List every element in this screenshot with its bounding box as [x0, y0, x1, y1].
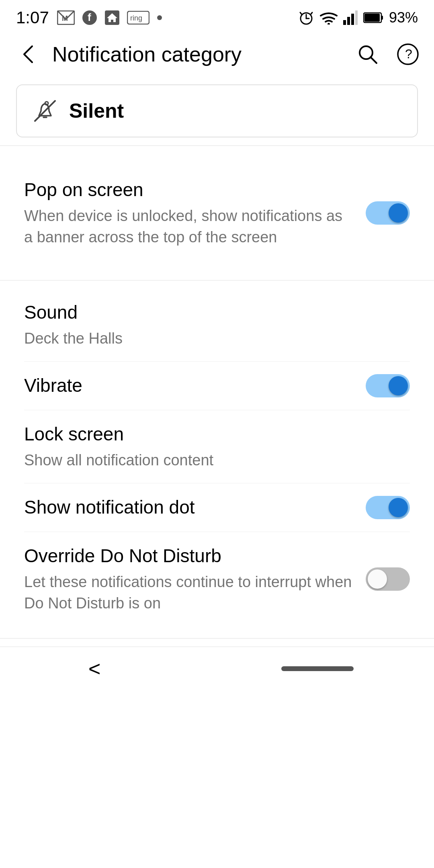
status-dot	[157, 15, 162, 20]
svg-rect-16	[347, 17, 350, 25]
notification-dot-content: Show notification dot	[24, 495, 366, 520]
lock-screen-content: Lock screen Show all notification conten…	[24, 422, 410, 471]
facebook-icon: f	[82, 10, 97, 25]
signal-icon	[343, 10, 358, 25]
pop-on-screen-item[interactable]: Pop on screen When device is unlocked, s…	[24, 166, 410, 260]
svg-point-8	[157, 15, 162, 20]
svg-text:?: ?	[405, 47, 412, 61]
sound-content: Sound Deck the Halls	[24, 301, 410, 349]
vibrate-item[interactable]: Vibrate	[24, 362, 410, 410]
dnd-item[interactable]: Override Do Not Disturb Let these notifi…	[24, 532, 410, 626]
notification-dot-title: Show notification dot	[24, 495, 354, 520]
svg-line-23	[371, 57, 377, 63]
vibrate-content: Vibrate	[24, 374, 366, 398]
svg-text:ring: ring	[130, 14, 142, 22]
divider-1	[0, 145, 434, 146]
status-icons-left: M f ring	[57, 10, 162, 25]
ring-icon: ring	[127, 11, 149, 25]
settings-group: Sound Deck the Halls Vibrate Lock screen…	[0, 289, 434, 626]
svg-rect-15	[343, 20, 346, 25]
lock-screen-subtitle: Show all notification content	[24, 450, 398, 471]
status-icons-right: 93%	[298, 9, 418, 26]
divider-bottom	[0, 638, 434, 639]
toggle-thumb	[389, 203, 408, 223]
status-time: 1:07	[16, 8, 49, 27]
app-bar-icons: ?	[354, 40, 422, 68]
pop-on-screen-title: Pop on screen	[24, 178, 354, 202]
pop-on-screen-toggle[interactable]	[366, 201, 410, 225]
alarm-icon	[298, 10, 314, 26]
help-button[interactable]: ?	[394, 40, 422, 68]
search-button[interactable]	[354, 40, 382, 68]
vibrate-toggle-thumb	[389, 376, 408, 395]
dnd-content: Override Do Not Disturb Let these notifi…	[24, 544, 366, 614]
svg-point-27	[45, 102, 48, 105]
battery-icon	[363, 12, 383, 24]
vibrate-toggle[interactable]	[366, 374, 410, 397]
sound-subtitle: Deck the Halls	[24, 328, 398, 349]
sound-title: Sound	[24, 301, 398, 325]
dot-toggle-thumb	[389, 498, 408, 517]
dnd-toggle[interactable]	[366, 567, 410, 591]
nav-home-pill	[281, 666, 354, 671]
page-title: Notification category	[44, 42, 354, 66]
svg-point-14	[328, 23, 330, 25]
notification-dot-item[interactable]: Show notification dot	[24, 483, 410, 532]
pop-on-screen-content: Pop on screen When device is unlocked, s…	[24, 178, 366, 248]
svg-line-12	[300, 12, 302, 14]
lock-screen-item[interactable]: Lock screen Show all notification conten…	[24, 410, 410, 483]
silent-card[interactable]: Silent	[16, 84, 418, 137]
battery-percentage: 93%	[389, 9, 418, 26]
silent-label: Silent	[69, 99, 124, 123]
home-icon	[104, 10, 120, 25]
dnd-toggle-thumb	[368, 569, 387, 589]
nav-back-button[interactable]: <	[80, 653, 108, 685]
pop-on-screen-subtitle: When device is unlocked, show notificati…	[24, 205, 354, 248]
back-button[interactable]	[12, 38, 44, 70]
bottom-nav: <	[0, 647, 434, 691]
divider-2	[0, 280, 434, 280]
svg-rect-18	[355, 10, 358, 25]
pop-on-screen-section: Pop on screen When device is unlocked, s…	[0, 154, 434, 272]
silent-icon	[33, 99, 57, 123]
svg-line-13	[311, 12, 312, 14]
sound-item[interactable]: Sound Deck the Halls	[24, 289, 410, 362]
svg-rect-17	[351, 14, 354, 25]
app-bar: Notification category ?	[0, 32, 434, 76]
dnd-subtitle: Let these notifications continue to inte…	[24, 571, 354, 614]
svg-rect-21	[364, 14, 380, 22]
svg-text:f: f	[88, 11, 91, 23]
mail-icon: M	[57, 10, 75, 25]
svg-rect-20	[381, 16, 383, 20]
svg-text:M: M	[62, 14, 68, 23]
vibrate-title: Vibrate	[24, 374, 354, 398]
notification-dot-toggle[interactable]	[366, 496, 410, 519]
status-bar: 1:07 M f ring	[0, 0, 434, 32]
wifi-icon	[320, 11, 338, 25]
dnd-title: Override Do Not Disturb	[24, 544, 354, 568]
lock-screen-title: Lock screen	[24, 422, 398, 446]
